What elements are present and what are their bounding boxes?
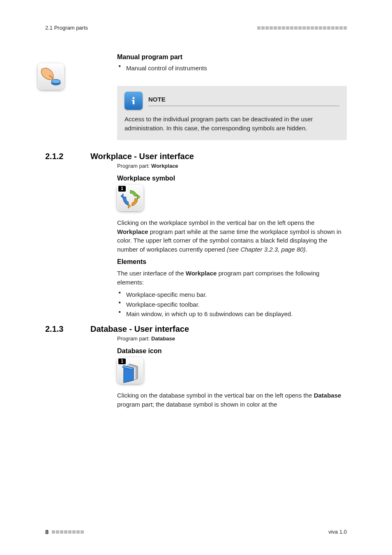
text-bold: Database <box>314 392 341 399</box>
page-number: 8 <box>45 528 48 535</box>
text-bold: Workplace <box>117 228 148 235</box>
database-paragraph: Clicking on the database symbol in the v… <box>117 391 347 409</box>
svg-rect-4 <box>132 100 134 101</box>
text-bold: Workplace <box>186 270 217 277</box>
workplace-symbol-heading: Workplace symbol <box>117 175 347 182</box>
section-heading-database: 2.1.3 Database - User interface <box>45 324 347 334</box>
note-box: NOTE Access to the individual program pa… <box>117 86 347 140</box>
database-icon-heading: Database icon <box>117 347 347 355</box>
list-item: Workplace-specific menu bar. <box>117 290 347 299</box>
program-part-label: Program part: Database <box>117 335 347 342</box>
footer-decor-squares <box>52 530 84 534</box>
footer-product: viva 1.0 <box>328 529 347 535</box>
page-header: 2.1 Program parts <box>45 25 347 31</box>
manual-heading: Manual program part <box>117 53 347 61</box>
text-span: Clicking on the workplace symbol in the … <box>117 219 314 226</box>
svg-point-1 <box>51 79 60 83</box>
section-number: 2.1.3 <box>45 324 78 334</box>
section-heading-workplace: 2.1.2 Workplace - User interface <box>45 152 347 161</box>
database-icon: 1 <box>117 357 143 384</box>
workplace-badge: 1 <box>118 186 126 192</box>
manual-bullet-list: Manual control of instruments <box>117 63 347 73</box>
section-title: Database - User interface <box>90 324 189 334</box>
page-footer: 8 viva 1.0 <box>45 528 347 535</box>
note-text: Access to the individual program parts c… <box>125 115 339 133</box>
section-title: Workplace - User interface <box>90 152 194 161</box>
header-section-path: 2.1 Program parts <box>45 25 88 31</box>
program-part-label: Program part: Workplace <box>117 163 347 169</box>
workplace-symbol-icon: 1 <box>117 185 143 211</box>
elements-intro: The user interface of the Workplace prog… <box>117 269 347 287</box>
program-part-name: Workplace <box>151 163 178 169</box>
text-span: program part; the database symbol is sho… <box>117 401 277 408</box>
program-part-prefix: Program part: <box>117 335 151 342</box>
note-label: NOTE <box>148 96 166 103</box>
list-item: Manual control of instruments <box>117 63 347 73</box>
text-span: . <box>306 246 307 253</box>
elements-list: Workplace-specific menu bar. Workplace-s… <box>117 290 347 319</box>
header-decor-squares <box>257 26 347 30</box>
text-span: The user interface of the <box>117 270 186 277</box>
svg-point-2 <box>133 97 135 99</box>
svg-marker-6 <box>128 204 131 208</box>
elements-heading: Elements <box>117 258 347 266</box>
manual-control-icon <box>38 63 64 90</box>
text-span: Clicking on the database symbol in the v… <box>117 392 314 399</box>
page: 2.1 Program parts Manual program part Ma… <box>0 0 392 555</box>
workplace-paragraph: Clicking on the workplace symbol in the … <box>117 218 347 254</box>
program-part-name: Database <box>151 335 175 342</box>
database-badge: 1 <box>118 358 126 364</box>
section-number: 2.1.2 <box>45 152 78 161</box>
text-italic-ref: (see Chapter 3.2.3, page 80) <box>227 246 306 253</box>
program-part-prefix: Program part: <box>117 163 151 169</box>
info-icon <box>125 92 143 110</box>
svg-marker-7 <box>121 194 123 199</box>
list-item: Main window, in which up to 6 subwindows… <box>117 309 347 319</box>
list-item: Workplace-specific toolbar. <box>117 300 347 309</box>
